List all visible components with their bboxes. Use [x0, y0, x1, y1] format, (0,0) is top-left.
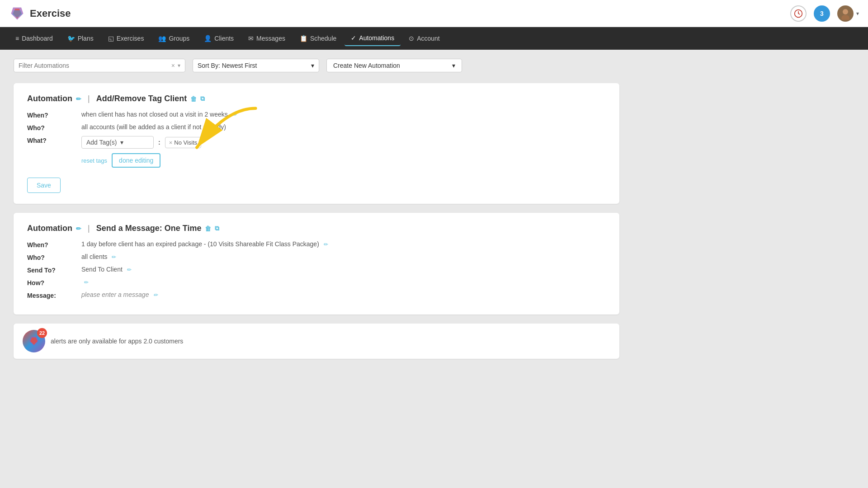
when-label-2: When? — [27, 240, 81, 249]
nav-item-exercises[interactable]: ◱ Exercises — [102, 31, 151, 46]
automation-trash-icon-1[interactable]: 🗑 — [190, 95, 197, 103]
what-row-1: What? Add Tag(s) ▾ : × No Visits reset t… — [27, 136, 606, 168]
filter-clear-icon[interactable]: × — [171, 62, 175, 69]
nav-item-account[interactable]: ⊙ Account — [402, 31, 446, 46]
automation-card-2: Automation ✏ | Send a Message: One Time … — [14, 213, 619, 314]
how-value: ✏ — [81, 278, 606, 286]
when-row-2: When? 1 day before client has an expired… — [27, 240, 606, 249]
send-to-edit-icon[interactable]: ✏ — [127, 267, 132, 273]
sort-caret-icon: ▾ — [311, 62, 314, 69]
nav-item-automations[interactable]: ✓ Automations — [344, 31, 401, 46]
message-edit-icon[interactable]: ✏ — [153, 292, 158, 298]
plans-icon: 🐦 — [67, 35, 75, 42]
logo-area: Exercise — [9, 5, 71, 22]
notification-badge[interactable]: 3 — [814, 5, 830, 22]
who-value-2: all clients ✏ — [81, 253, 606, 260]
when-edit-icon[interactable]: ✏ — [232, 112, 237, 118]
nav-bar: ≡ Dashboard 🐦 Plans ◱ Exercises 👥 Groups… — [0, 27, 868, 50]
svg-marker-2 — [12, 10, 22, 17]
automation-name-1: Add/Remove Tag Client — [96, 94, 187, 103]
add-tags-select[interactable]: Add Tag(s) ▾ — [81, 136, 154, 149]
who-label-1: Who? — [27, 123, 81, 131]
app-name: Exercise — [30, 8, 71, 19]
who-value-1: all accounts (will be added as a client … — [81, 123, 606, 131]
tag-remove-icon[interactable]: × — [169, 139, 173, 146]
who-label-2: Who? — [27, 253, 81, 261]
nav-item-plans[interactable]: 🐦 Plans — [61, 31, 100, 46]
done-editing-button[interactable]: done editing — [112, 153, 160, 168]
filter-caret-icon[interactable]: ▾ — [178, 62, 180, 69]
nav-item-groups[interactable]: 👥 Groups — [152, 31, 196, 46]
no-visits-tag: × No Visits — [165, 137, 202, 148]
tag-name: No Visits — [174, 139, 197, 146]
create-automation-label: Create New Automation — [333, 62, 400, 69]
clock-icon-btn[interactable] — [790, 5, 807, 22]
clients-icon: 👤 — [204, 35, 212, 42]
filter-input-wrap[interactable]: × ▾ — [14, 59, 185, 72]
automation-edit-icon-2[interactable]: ✏ — [76, 225, 81, 232]
done-editing-area: reset tags done editing — [81, 153, 606, 168]
automation-card-1: Automation ✏ | Add/Remove Tag Client 🗑 ⧉… — [14, 83, 619, 204]
avatar-btn[interactable]: ▾ — [837, 5, 859, 22]
nav-item-schedule[interactable]: 📋 Schedule — [293, 31, 343, 46]
add-tags-label: Add Tag(s) — [86, 139, 117, 146]
when-value-1: when client has has not closed out a vis… — [81, 111, 606, 118]
when-label-1: When? — [27, 111, 81, 119]
alert-badge-icon: 22 — [23, 330, 45, 352]
automations-icon: ✓ — [351, 34, 356, 42]
send-to-value: Send To Client ✏ — [81, 266, 606, 273]
add-tags-caret: ▾ — [120, 139, 123, 146]
save-button-1[interactable]: Save — [27, 178, 61, 193]
how-row: How? ✏ — [27, 278, 606, 286]
automation-name-2: Send a Message: One Time — [96, 224, 202, 233]
done-editing-annotation: done editing — [112, 153, 160, 168]
dashboard-icon: ≡ — [15, 35, 19, 42]
automation-title-prefix-2: Automation — [27, 224, 72, 233]
what-value-1: Add Tag(s) ▾ : × No Visits reset tags do… — [81, 136, 606, 168]
sort-select[interactable]: Sort By: Newest First ▾ — [193, 59, 319, 72]
automation-title-2: Automation ✏ | Send a Message: One Time … — [27, 224, 606, 233]
nav-item-messages[interactable]: ✉ Messages — [242, 31, 292, 46]
messages-icon: ✉ — [248, 35, 254, 42]
when-value-2: 1 day before client has an expired packa… — [81, 240, 606, 248]
send-to-row: Send To? Send To Client ✏ — [27, 266, 606, 274]
what-controls: Add Tag(s) ▾ : × No Visits — [81, 136, 606, 149]
how-label: How? — [27, 278, 81, 286]
account-icon: ⊙ — [409, 35, 414, 42]
title-separator-2: | — [88, 224, 90, 233]
content-area: × ▾ Sort By: Newest First ▾ Create New A… — [0, 50, 633, 375]
create-caret-icon: ▾ — [452, 62, 455, 69]
groups-icon: 👥 — [158, 35, 166, 42]
schedule-icon: 📋 — [300, 35, 307, 42]
filter-bar: × ▾ Sort By: Newest First ▾ Create New A… — [14, 59, 619, 72]
filter-input[interactable] — [19, 62, 169, 69]
automation-copy-icon-1[interactable]: ⧉ — [200, 95, 205, 103]
when-row-1: When? when client has has not closed out… — [27, 111, 606, 119]
create-automation-button[interactable]: Create New Automation ▾ — [326, 59, 462, 72]
alert-text: alerts are only available for apps 2.0 c… — [51, 338, 183, 345]
alert-count-badge: 22 — [37, 328, 47, 338]
automation-title-prefix-1: Automation — [27, 94, 72, 103]
avatar-caret: ▾ — [856, 10, 859, 17]
automation-copy-icon-2[interactable]: ⧉ — [215, 225, 219, 232]
reset-tags-link[interactable]: reset tags — [81, 157, 107, 164]
logo-icon — [9, 5, 25, 22]
message-row: Message: please enter a message ✏ — [27, 291, 606, 299]
how-edit-icon[interactable]: ✏ — [84, 279, 89, 286]
top-bar: Exercise 3 ▾ — [0, 0, 868, 27]
automation-edit-icon-1[interactable]: ✏ — [76, 95, 81, 103]
who-edit-icon-2[interactable]: ✏ — [112, 254, 116, 260]
when-edit-icon-2[interactable]: ✏ — [324, 241, 328, 248]
nav-item-dashboard[interactable]: ≡ Dashboard — [9, 31, 59, 46]
title-separator-1: | — [88, 94, 90, 103]
top-right-icons: 3 ▾ — [790, 5, 859, 22]
svg-point-4 — [843, 9, 848, 14]
nav-item-clients[interactable]: 👤 Clients — [198, 31, 240, 46]
what-label-1: What? — [27, 136, 81, 144]
exercises-icon: ◱ — [108, 35, 114, 42]
alert-bar: 22 alerts are only available for apps 2.… — [14, 324, 619, 359]
who-row-1: Who? all accounts (will be added as a cl… — [27, 123, 606, 131]
automation-trash-icon-2[interactable]: 🗑 — [205, 225, 211, 232]
send-to-label: Send To? — [27, 266, 81, 274]
user-avatar — [837, 5, 854, 22]
